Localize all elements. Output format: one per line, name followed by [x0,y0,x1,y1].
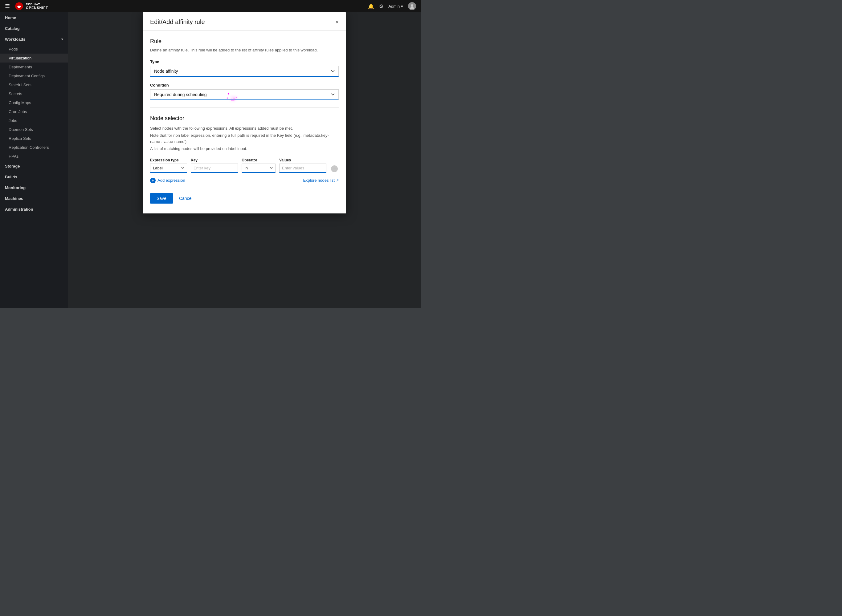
user-menu[interactable]: Admin ▾ [388,4,403,9]
expression-delete-button[interactable]: − [331,166,338,172]
expression-key-col: Key [191,158,238,173]
explore-nodes-link[interactable]: Explore nodes list ↗ [303,178,339,183]
explore-nodes-label: Explore nodes list [303,178,335,183]
sidebar-item-machines[interactable]: Machines [0,193,68,204]
svg-point-2 [411,4,413,7]
topbar: ☰ RED HAT OPENSHIFT 🔔 ⚙ Admin ▾ [0,0,421,12]
node-selector-desc2: Note that for non label expression, ente… [150,132,339,144]
expression-type-label: Expression type [150,158,187,162]
sidebar-workloads-label: Workloads [5,37,25,42]
expression-operator-label: Operator [242,158,276,162]
sidebar-item-monitoring[interactable]: Monitoring [0,182,68,193]
sidebar-item-replica-sets[interactable]: Replica Sets [0,134,68,143]
sidebar: Home Catalog Workloads ▾ Pods Virtualiza… [0,12,68,308]
modal-body: Rule Define an affinity rule. This rule … [143,31,346,213]
topbar-right: 🔔 ⚙ Admin ▾ [368,2,416,10]
svg-point-3 [410,7,414,9]
expression-type-select[interactable]: Label Annotation Field [150,164,187,173]
modal-footer: Save Cancel [150,193,339,206]
avatar-icon [410,4,414,9]
condition-label: Condition [150,83,339,88]
type-form-group: Type Node affinity Pod affinity Pod anti… [150,59,339,77]
main-content: Edit/Add affinity rule × Rule Define an … [68,12,421,308]
add-expression-icon: + [150,178,156,183]
logo-line1: RED HAT [26,3,48,6]
sidebar-item-daemon-sets[interactable]: Daemon Sets [0,125,68,134]
node-selector-title: Node selector [150,115,339,122]
sidebar-item-jobs[interactable]: Jobs [0,116,68,125]
sidebar-item-administration[interactable]: Administration [0,204,68,215]
expression-values-col: Values [279,158,326,173]
sidebar-item-config-maps[interactable]: Config Maps [0,98,68,107]
user-label: Admin [388,4,400,9]
section-divider [150,107,339,108]
modal-close-button[interactable]: × [335,19,339,25]
type-select[interactable]: Node affinity Pod affinity Pod anti-affi… [150,66,339,77]
avatar[interactable] [408,2,416,10]
rule-section: Rule Define an affinity rule. This rule … [150,38,339,53]
sidebar-item-workloads[interactable]: Workloads ▾ [0,34,68,45]
modal-title: Edit/Add affinity rule [150,19,205,26]
sidebar-item-builds[interactable]: Builds [0,172,68,182]
logo-text-block: RED HAT OPENSHIFT [26,3,48,10]
expression-row: Expression type Label Annotation Field K… [150,158,339,173]
type-label: Type [150,59,339,64]
sidebar-item-hpas[interactable]: HPAs [0,152,68,161]
external-link-icon: ↗ [336,178,339,182]
node-selector-desc1: Select nodes with the following expressi… [150,125,339,132]
expression-delete-col: − [330,166,339,173]
workloads-chevron-icon: ▾ [61,38,63,41]
expression-type-col: Expression type Label Annotation Field [150,158,187,173]
sidebar-item-secrets[interactable]: Secrets [0,89,68,98]
user-chevron-icon: ▾ [401,4,403,9]
expression-key-input[interactable] [191,164,238,173]
node-selector-section: Node selector Select nodes with the foll… [150,115,339,183]
condition-select[interactable]: Required during scheduling Preferred dur… [150,89,339,100]
rule-section-title: Rule [150,38,339,45]
node-selector-desc3: A list of matching nodes will be provide… [150,146,339,152]
sidebar-item-catalog[interactable]: Catalog [0,23,68,34]
sidebar-item-virtualization[interactable]: Virtualization [0,54,68,63]
expression-key-label: Key [191,158,238,162]
expression-values-input[interactable] [279,164,326,173]
sidebar-item-stateful-sets[interactable]: Stateful Sets [0,81,68,89]
add-expression-row: + Add expression Explore nodes list ↗ [150,178,339,183]
modal-header: Edit/Add affinity rule × [143,12,346,31]
save-button[interactable]: Save [150,193,173,204]
app-logo: RED HAT OPENSHIFT [15,2,48,10]
rule-section-desc: Define an affinity rule. This rule will … [150,47,339,53]
redhat-logo-icon [15,2,24,10]
notification-icon[interactable]: 🔔 [368,3,374,9]
expression-operator-select[interactable]: In NotIn Exists DoesNotExist Gt Lt [242,164,276,173]
affinity-rule-modal: Edit/Add affinity rule × Rule Define an … [143,12,346,213]
hamburger-menu[interactable]: ☰ [5,3,10,10]
sidebar-item-deployment-configs[interactable]: Deployment Configs [0,72,68,81]
cancel-button[interactable]: Cancel [178,194,194,203]
settings-icon[interactable]: ⚙ [379,3,384,9]
sidebar-catalog-label: Catalog [5,26,20,31]
sidebar-item-deployments[interactable]: Deployments [0,63,68,72]
sidebar-item-cron-jobs[interactable]: Cron Jobs [0,107,68,116]
logo-line2: OPENSHIFT [26,6,48,10]
sidebar-item-storage[interactable]: Storage [0,161,68,172]
expression-operator-col: Operator In NotIn Exists DoesNotExist Gt… [242,158,276,173]
add-expression-label: Add expression [157,178,185,183]
main-layout: Home Catalog Workloads ▾ Pods Virtualiza… [0,12,421,308]
sidebar-item-home[interactable]: Home [0,12,68,23]
sidebar-item-pods[interactable]: Pods [0,45,68,54]
sidebar-item-replication-controllers[interactable]: Replication Controllers [0,143,68,152]
sidebar-home-label: Home [5,15,16,20]
condition-form-group: Condition Required during scheduling Pre… [150,83,339,100]
expression-values-label: Values [279,158,326,162]
modal-overlay: Edit/Add affinity rule × Rule Define an … [68,12,421,308]
add-expression-button[interactable]: + Add expression [150,178,185,183]
